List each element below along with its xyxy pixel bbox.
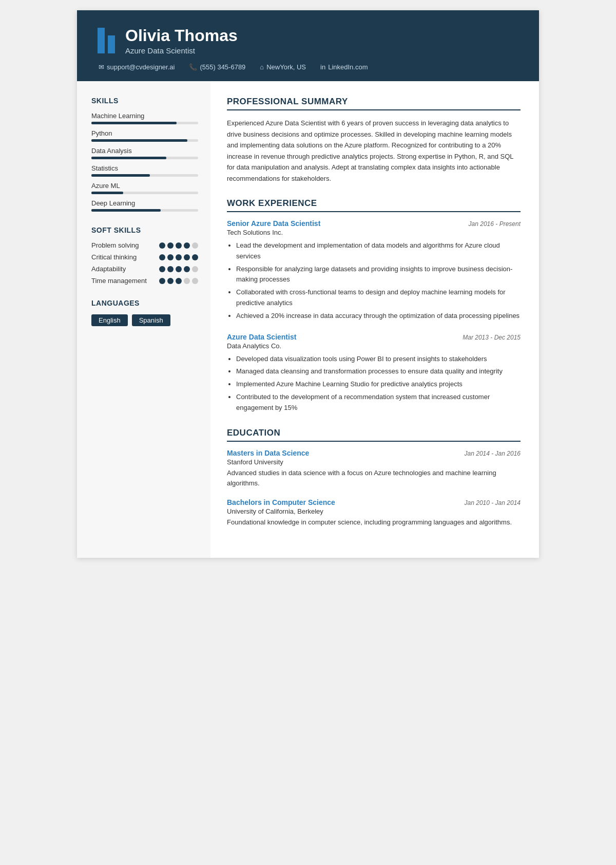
dot — [176, 278, 182, 284]
dot — [192, 242, 198, 249]
edu-header: Masters in Data Science Jan 2014 - Jan 2… — [227, 449, 521, 457]
language-tag: English — [91, 314, 128, 326]
job-bullet: Managed data cleansing and transformatio… — [236, 366, 521, 377]
job-bullet: Implemented Azure Machine Learning Studi… — [236, 379, 521, 390]
education-section: EDUCATION Masters in Data Science Jan 20… — [227, 428, 521, 528]
soft-skills-list: Problem solvingCritical thinkingAdaptabi… — [91, 241, 198, 285]
phone-icon: 📞 — [189, 63, 197, 71]
skill-bar-fill — [91, 174, 150, 177]
languages-section: LANGUAGES EnglishSpanish — [91, 299, 198, 326]
dot — [192, 254, 198, 260]
dot — [167, 266, 174, 272]
skill-bar-bg — [91, 157, 198, 159]
linkedin-text: LinkedIn.com — [328, 63, 368, 71]
soft-skill-name: Time management — [91, 277, 147, 285]
experience-section: WORK EXPERIENCE Senior Azure Data Scient… — [227, 198, 521, 413]
education-title: EDUCATION — [227, 428, 521, 442]
soft-skill-row: Critical thinking — [91, 253, 198, 261]
language-tag: Spanish — [132, 314, 170, 326]
skills-title: SKILLS — [91, 97, 198, 105]
header: Olivia Thomas Azure Data Scientist ✉ sup… — [77, 10, 539, 81]
job-title-text: Senior Azure Data Scientist — [227, 219, 320, 228]
linkedin-icon: in — [320, 63, 325, 71]
job-bullet: Lead the development and implementation … — [236, 240, 521, 262]
edu-description: Foundational knowledge in computer scien… — [227, 517, 521, 528]
skills-list: Machine Learning Python Data Analysis St… — [91, 112, 198, 212]
logo-icon — [98, 28, 115, 53]
summary-title: PROFESSIONAL SUMMARY — [227, 97, 521, 110]
skill-bar-bg — [91, 192, 198, 194]
soft-skill-row: Adaptability — [91, 265, 198, 273]
job-header: Azure Data Scientist Mar 2013 - Dec 2015 — [227, 333, 521, 341]
skill-bar-fill — [91, 122, 177, 124]
dot — [184, 266, 190, 272]
dots — [159, 266, 198, 272]
header-name-block: Olivia Thomas Azure Data Scientist — [125, 26, 238, 55]
dot — [159, 254, 165, 260]
skill-bar-bg — [91, 174, 198, 177]
job-bullet: Collaborated with cross-functional teams… — [236, 287, 521, 309]
edu-dates: Jan 2010 - Jan 2014 — [465, 499, 521, 506]
soft-skill-name: Adaptability — [91, 265, 143, 273]
edu-item: Bachelors in Computer Science Jan 2010 -… — [227, 498, 521, 528]
header-top: Olivia Thomas Azure Data Scientist — [98, 26, 518, 55]
location-icon: ⌂ — [260, 63, 264, 71]
skill-item: Data Analysis — [91, 147, 198, 159]
dot — [176, 254, 182, 260]
job-bullet: Responsible for analyzing large datasets… — [236, 264, 521, 286]
dot — [167, 242, 174, 249]
dot — [159, 242, 165, 249]
job-bullet: Achieved a 20% increase in data accuracy… — [236, 311, 521, 322]
contact-email: ✉ support@cvdesigner.ai — [99, 63, 175, 71]
job-dates: Jan 2016 - Present — [469, 220, 521, 228]
edu-item: Masters in Data Science Jan 2014 - Jan 2… — [227, 449, 521, 490]
edu-degree: Bachelors in Computer Science — [227, 498, 335, 506]
job-dates: Mar 2013 - Dec 2015 — [463, 334, 521, 341]
skill-name: Machine Learning — [91, 112, 198, 120]
dot — [184, 242, 190, 249]
skill-bar-bg — [91, 209, 198, 212]
sidebar: SKILLS Machine Learning Python Data Anal… — [77, 81, 210, 558]
main-content: PROFESSIONAL SUMMARY Experienced Azure D… — [210, 81, 539, 558]
job-title: Azure Data Scientist — [125, 46, 238, 55]
edu-description: Advanced studies in data science with a … — [227, 468, 521, 490]
skill-bar-fill — [91, 139, 187, 142]
job-company: Tech Solutions Inc. — [227, 229, 521, 236]
contact-bar: ✉ support@cvdesigner.ai 📞 (555) 345-6789… — [98, 61, 518, 71]
languages-title: LANGUAGES — [91, 299, 198, 307]
soft-skill-row: Time management — [91, 277, 198, 285]
edu-degree: Masters in Data Science — [227, 449, 309, 457]
dot — [159, 266, 165, 272]
job-header: Senior Azure Data Scientist Jan 2016 - P… — [227, 219, 521, 228]
education-list: Masters in Data Science Jan 2014 - Jan 2… — [227, 449, 521, 528]
language-tags: EnglishSpanish — [91, 314, 198, 326]
skill-item: Statistics — [91, 164, 198, 177]
soft-skill-name: Problem solving — [91, 241, 143, 249]
dot — [184, 278, 190, 284]
skill-bar-fill — [91, 209, 161, 212]
contact-location: ⌂ NewYork, US — [260, 63, 306, 71]
edu-school: University of California, Berkeley — [227, 507, 521, 515]
dot — [192, 266, 198, 272]
dot — [192, 278, 198, 284]
skill-name: Python — [91, 129, 198, 137]
job-bullet: Developed data visualization tools using… — [236, 354, 521, 365]
dot — [167, 254, 174, 260]
skill-name: Azure ML — [91, 182, 198, 190]
skill-item: Python — [91, 129, 198, 142]
skill-bar-fill — [91, 157, 166, 159]
body: SKILLS Machine Learning Python Data Anal… — [77, 81, 539, 558]
soft-skill-name: Critical thinking — [91, 253, 143, 261]
job-company: Data Analytics Co. — [227, 342, 521, 350]
contact-phone: 📞 (555) 345-6789 — [189, 63, 245, 71]
skill-bar-bg — [91, 122, 198, 124]
summary-text: Experienced Azure Data Scientist with 6 … — [227, 118, 521, 184]
resume: Olivia Thomas Azure Data Scientist ✉ sup… — [77, 10, 539, 558]
dot — [167, 278, 174, 284]
job-bullets: Lead the development and implementation … — [227, 240, 521, 322]
dot — [176, 242, 182, 249]
soft-skills-section: SOFT SKILLS Problem solvingCritical thin… — [91, 226, 198, 285]
dot — [176, 266, 182, 272]
dots — [159, 242, 198, 249]
contact-linkedin: in LinkedIn.com — [320, 63, 368, 71]
